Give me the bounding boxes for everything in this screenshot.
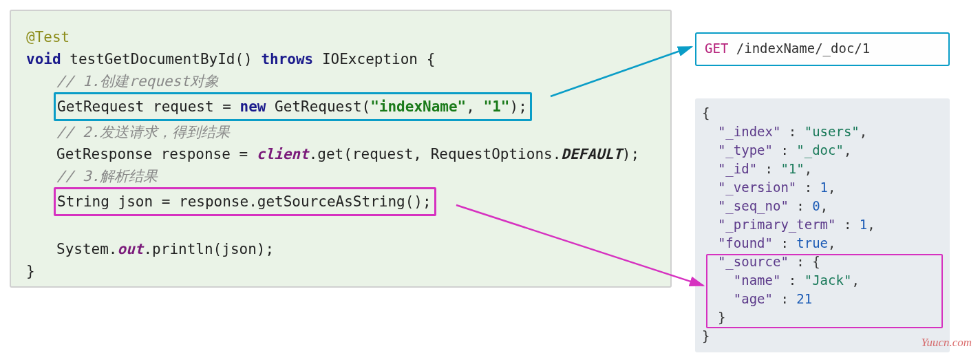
code-blank [26,216,655,238]
java-code-panel: @Test void testGetDocumentById() throws … [10,10,672,288]
code-println-line: System.out.println(json); [26,238,655,260]
code-comment-1: // 1.创建request对象 [26,70,655,92]
http-url: /indexName/_doc/1 [736,41,870,56]
code-getresponse-line: GetResponse response = client.get(reques… [26,143,655,165]
code-comment-3: // 3.解析结果 [26,165,655,187]
code-signature: void testGetDocumentById() throws IOExce… [26,48,655,70]
code-close-brace: } [26,260,655,282]
http-get-panel: GET /indexName/_doc/1 [695,32,950,66]
code-annotation: @Test [26,26,655,48]
json-response-panel: { "_index" : "users", "_type" : "_doc", … [695,98,950,352]
code-json-line: String json = response.getSourceAsString… [26,187,655,216]
watermark: Yuucn.com [921,336,972,350]
code-comment-2: // 2.发送请求，得到结果 [26,121,655,143]
http-method: GET [705,41,736,56]
code-getrequest-line: GetRequest request = new GetRequest("ind… [26,92,655,121]
